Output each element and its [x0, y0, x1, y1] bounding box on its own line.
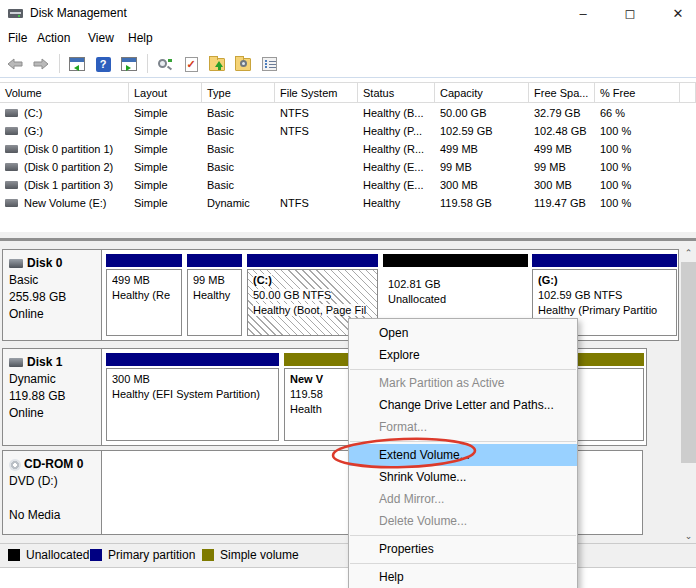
scroll-up-button[interactable]: ⌃: [681, 245, 696, 262]
toolbar-help-icon[interactable]: ?: [93, 54, 113, 74]
disk-label-disk-1[interactable]: Disk 1Dynamic119.88 GBOnline: [3, 349, 102, 445]
partition-499-mb[interactable]: 499 MBHealthy (Re: [106, 254, 182, 336]
toolbar-properties-list-icon[interactable]: [259, 54, 279, 74]
table-row-c[interactable]: (C:)SimpleBasicNTFSHealthy (B...50.00 GB…: [0, 104, 696, 122]
disk-label-disk-0[interactable]: Disk 0Basic255.98 GBOnline: [3, 250, 102, 340]
volume-icon: [5, 163, 18, 171]
toolbar-device-scan-icon[interactable]: [155, 54, 175, 74]
partition-99-mb[interactable]: 99 MBHealthy: [187, 254, 242, 336]
menu-item-explore[interactable]: Explore: [349, 344, 577, 366]
splitter-zone: [0, 232, 696, 245]
cell-free: 300 MB: [529, 176, 595, 194]
menu-item-properties[interactable]: Properties: [349, 538, 577, 560]
column-header-capacity[interactable]: Capacity: [435, 82, 529, 103]
partition-text-line: 102.59 GB NTFS: [538, 288, 676, 303]
partition-text-line: Unallocated: [388, 292, 528, 307]
partition-box[interactable]: 499 MBHealthy (Re: [106, 269, 182, 336]
volume-icon: [5, 199, 18, 207]
partition-text-line: 99 MB: [193, 273, 241, 288]
column-header-status[interactable]: Status: [358, 82, 435, 103]
cell-fs: NTFS: [275, 104, 358, 122]
maximize-button[interactable]: ◻: [613, 0, 647, 27]
toolbar-folder-search-icon[interactable]: [233, 54, 253, 74]
column-header-free[interactable]: % Free: [595, 82, 680, 103]
splitter-handle[interactable]: [0, 238, 696, 241]
cell-free: 32.79 GB: [529, 104, 595, 122]
partition-color-bar: [532, 254, 677, 267]
scrollbar-thumb[interactable]: [681, 262, 696, 463]
cell-type: Basic: [202, 176, 275, 194]
cell-pct: 100 %: [595, 176, 680, 194]
partition-box[interactable]: 300 MBHealthy (EFI System Partition): [106, 368, 279, 441]
column-header-layout[interactable]: Layout: [129, 82, 202, 103]
menu-item-help[interactable]: Help: [349, 566, 577, 588]
partition-text-line: Healthy (EFI System Partition): [112, 387, 278, 402]
column-header-free-spa[interactable]: Free Spa...: [529, 82, 595, 103]
legend-primary-partition: Primary partition: [90, 549, 195, 563]
cell-free: 102.48 GB: [529, 122, 595, 140]
column-header-item[interactable]: [680, 82, 696, 103]
disk-label-line: DVD (D:): [9, 474, 101, 488]
menu-view[interactable]: View: [88, 31, 114, 45]
volume-table[interactable]: VolumeLayoutTypeFile SystemStatusCapacit…: [0, 82, 696, 232]
disk-label-line: Online: [9, 406, 101, 420]
toolbar-back-arrow-icon[interactable]: [5, 54, 25, 74]
cell-layout: Simple: [129, 176, 202, 194]
close-button[interactable]: ✕: [661, 0, 695, 27]
menu-item-extend-volume[interactable]: Extend Volume...: [349, 444, 577, 466]
toolbar-console-window-icon[interactable]: [67, 54, 87, 74]
cell-name: New Volume (E:): [0, 194, 129, 212]
menu-action[interactable]: Action: [37, 31, 70, 45]
toolbar: ?: [0, 50, 696, 78]
cell-layout: Simple: [129, 140, 202, 158]
cell-type: Basic: [202, 104, 275, 122]
cell-pct: 100 %: [595, 194, 680, 212]
table-row-g[interactable]: (G:)SimpleBasicNTFSHealthy (P...102.59 G…: [0, 122, 696, 140]
title-bar: Disk Management – ◻ ✕: [0, 0, 696, 27]
menu-file[interactable]: File: [8, 31, 27, 45]
volume-icon: [5, 181, 18, 189]
table-row-disk-0-partition-2[interactable]: (Disk 0 partition 2)SimpleBasicHealthy (…: [0, 158, 696, 176]
menu-help[interactable]: Help: [128, 31, 153, 45]
partition-text-line: 102.81 GB: [388, 277, 528, 292]
cell-name: (G:): [0, 122, 129, 140]
cell-pct: 66 %: [595, 104, 680, 122]
menu-item-change-drive-letter-and-paths[interactable]: Change Drive Letter and Paths...: [349, 394, 577, 416]
toolbar-separator: [147, 54, 148, 73]
disk-label-line: Online: [9, 307, 101, 321]
cell-layout: Simple: [129, 104, 202, 122]
partition-text-line: 50.00 GB NTFS: [253, 288, 377, 303]
cd-rom-icon: [9, 459, 21, 471]
disk-drive-icon: [9, 259, 23, 268]
column-header-volume[interactable]: Volume: [0, 82, 129, 103]
menu-bar: FileActionViewHelp: [0, 27, 696, 50]
table-row-disk-0-partition-1[interactable]: (Disk 0 partition 1)SimpleBasicHealthy (…: [0, 140, 696, 158]
disk-name: Disk 1: [9, 355, 101, 369]
table-row-disk-1-partition-3[interactable]: (Disk 1 partition 3)SimpleBasicHealthy (…: [0, 176, 696, 194]
disk-label-cd-rom-0[interactable]: CD-ROM 0DVD (D:) No Media: [3, 451, 102, 534]
partition-box[interactable]: 99 MBHealthy: [187, 269, 242, 336]
disk-label-line: Dynamic: [9, 372, 101, 386]
toolbar-forward-arrow-icon[interactable]: [31, 54, 51, 74]
cell-fs: NTFS: [275, 122, 358, 140]
toolbar-check-page-icon[interactable]: [181, 54, 201, 74]
cell-capacity: 499 MB: [435, 140, 529, 158]
cell-type: Basic: [202, 140, 275, 158]
partition-text-line: Healthy (Re: [112, 288, 181, 303]
volume-icon: [5, 109, 18, 117]
menu-item-open[interactable]: Open: [349, 322, 577, 344]
toolbar-console-play-icon[interactable]: [119, 54, 139, 74]
menu-item-add-mirror: Add Mirror...: [349, 488, 577, 510]
menu-item-format: Format...: [349, 416, 577, 438]
partition-300-mb[interactable]: 300 MBHealthy (EFI System Partition): [106, 353, 279, 441]
disk-label-line: 255.98 GB: [9, 290, 101, 304]
cell-status: Healthy (P...: [358, 122, 435, 140]
toolbar-folder-up-icon[interactable]: [207, 54, 227, 74]
column-header-file-system[interactable]: File System: [275, 82, 358, 103]
menu-item-shrink-volume[interactable]: Shrink Volume...: [349, 466, 577, 488]
vertical-scrollbar[interactable]: ⌃ ⌄: [681, 245, 696, 545]
table-row-new-volume-e[interactable]: New Volume (E:)SimpleDynamicNTFSHealthy1…: [0, 194, 696, 212]
minimize-button[interactable]: –: [566, 0, 600, 27]
menu-item-mark-partition-as-active: Mark Partition as Active: [349, 372, 577, 394]
column-header-type[interactable]: Type: [202, 82, 275, 103]
